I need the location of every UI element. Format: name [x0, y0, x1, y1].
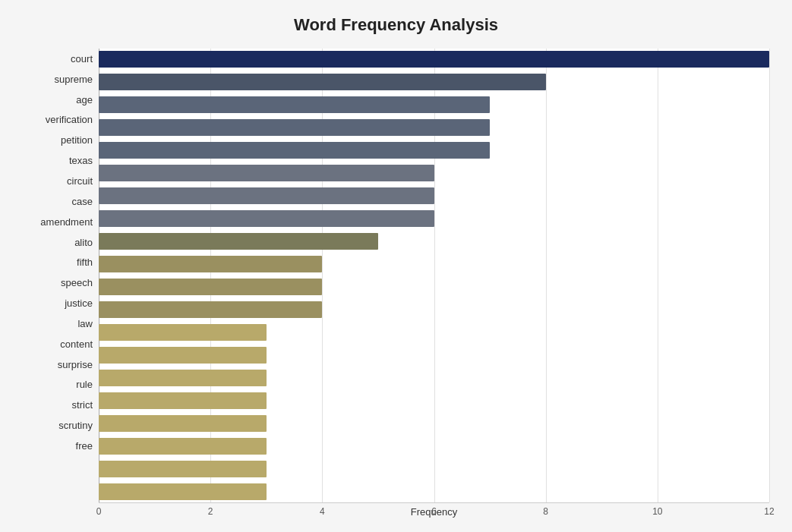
- y-label: strict: [72, 395, 93, 415]
- chart-container: Word Frequency Analysis courtsupremeagev…: [0, 0, 792, 532]
- bar-row: [99, 322, 769, 343]
- bar-row: [99, 162, 769, 184]
- x-tick: 4: [320, 506, 325, 517]
- x-axis: 024681012: [99, 502, 769, 503]
- bar-row: [99, 458, 769, 480]
- bar: [99, 119, 490, 136]
- bar-row: [99, 140, 769, 161]
- bar: [99, 392, 267, 409]
- y-label: case: [72, 191, 93, 212]
- bar-row: [99, 185, 769, 206]
- bar: [99, 74, 546, 90]
- bar: [99, 438, 267, 455]
- bar: [99, 461, 267, 477]
- plot-area: 024681012 Frequency: [99, 49, 769, 474]
- y-label: fifth: [77, 252, 93, 272]
- grid-line: [769, 49, 770, 502]
- bar-row: [99, 345, 769, 366]
- bar-row: [99, 367, 769, 389]
- x-tick: 6: [431, 506, 437, 517]
- y-label: rule: [76, 375, 93, 395]
- bar-row: [99, 253, 769, 275]
- x-tick: 10: [652, 506, 662, 517]
- x-tick: 0: [96, 506, 102, 517]
- bar: [99, 51, 769, 68]
- chart-area: courtsupremeageverificationpetitiontexas…: [23, 49, 769, 474]
- chart-title: Word Frequency Analysis: [23, 15, 769, 35]
- y-label: law: [77, 313, 93, 334]
- y-label: petition: [61, 130, 93, 150]
- x-tick: 12: [764, 506, 774, 517]
- y-axis: courtsupremeageverificationpetitiontexas…: [23, 49, 99, 474]
- bar-row: [99, 436, 769, 457]
- bar: [99, 165, 434, 181]
- bar: [99, 142, 490, 159]
- bar-row: [99, 94, 769, 115]
- bar: [99, 483, 267, 500]
- y-label: verification: [46, 110, 93, 131]
- bar: [99, 370, 267, 386]
- bar-row: [99, 390, 769, 411]
- bar: [99, 187, 434, 204]
- bar: [99, 324, 267, 341]
- y-label: texas: [69, 150, 93, 171]
- y-label: court: [71, 49, 93, 69]
- x-tick: 8: [543, 506, 548, 517]
- y-label: scrutiny: [58, 415, 93, 436]
- y-label: circuit: [67, 171, 93, 191]
- y-label: supreme: [54, 69, 93, 90]
- y-label: speech: [61, 272, 93, 293]
- y-label: amendment: [40, 212, 93, 232]
- bar-row: [99, 276, 769, 297]
- y-label: alito: [74, 232, 93, 253]
- bar: [99, 279, 322, 295]
- bar: [99, 347, 267, 364]
- bar: [99, 210, 434, 227]
- x-tick: 2: [208, 506, 213, 517]
- bar: [99, 96, 490, 113]
- y-label: surprise: [58, 354, 93, 375]
- bar: [99, 256, 322, 272]
- y-label: content: [60, 334, 93, 354]
- bar-row: [99, 49, 769, 70]
- bar-row: [99, 481, 769, 502]
- bar: [99, 301, 322, 318]
- bar-row: [99, 71, 769, 93]
- bar-row: [99, 413, 769, 434]
- y-label: free: [76, 436, 93, 456]
- bar-row: [99, 117, 769, 138]
- y-label: age: [76, 90, 93, 110]
- bar-row: [99, 208, 769, 229]
- bars-container: [99, 49, 769, 502]
- bar-row: [99, 231, 769, 252]
- y-label: justice: [65, 293, 93, 313]
- bar: [99, 233, 378, 250]
- bar-row: [99, 299, 769, 320]
- bar: [99, 415, 267, 432]
